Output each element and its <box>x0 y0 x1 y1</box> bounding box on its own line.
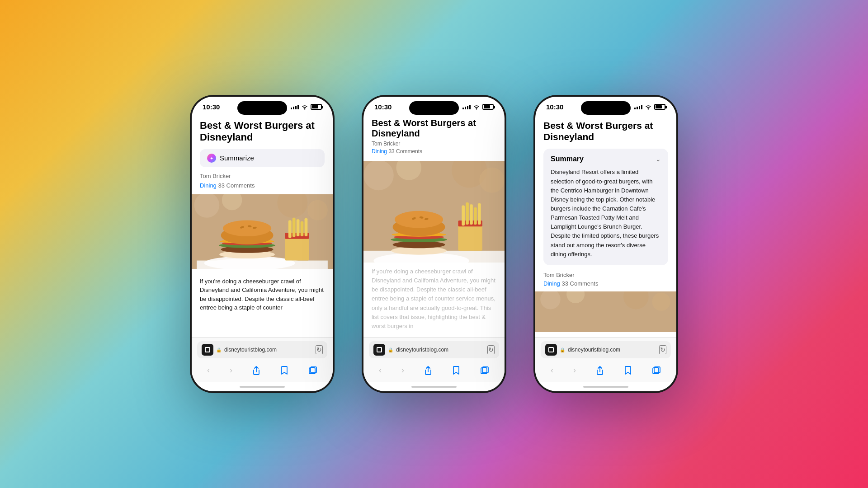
dining-link-1[interactable]: Dining <box>200 182 217 189</box>
burger-image-1 <box>192 194 333 269</box>
browser-icon-2 <box>373 344 385 356</box>
svg-rect-51 <box>474 207 477 225</box>
lock-icon-2: 🔒 <box>388 347 393 352</box>
chevron-icon-3: ⌄ <box>656 155 661 163</box>
browser-bar-2: 🔒 disneytouristblog.com ↻ ‹ › <box>363 337 505 382</box>
back-button-3[interactable]: ‹ <box>547 364 557 377</box>
article-1: Best & Worst Burgers at Disneyland Summa… <box>192 113 333 337</box>
svg-rect-50 <box>470 204 473 225</box>
status-icons-1 <box>291 104 322 110</box>
bookmarks-button-1[interactable] <box>277 364 292 377</box>
lock-icon-3: 🔒 <box>560 347 565 352</box>
article-header-2: Best & Worst Burgers at Disneyland Tom B… <box>363 113 505 161</box>
status-icons-3 <box>634 104 665 110</box>
summarize-button-1[interactable]: Summarize <box>200 149 325 167</box>
article-title-3: Best & Worst Burgers at Disneyland <box>543 120 668 142</box>
meta-3: Dining 33 Comments <box>543 280 668 287</box>
tabs-button-3[interactable] <box>648 364 665 377</box>
phone-2: 10:30 <box>362 95 506 393</box>
browser-icon-1 <box>202 344 213 356</box>
svg-point-55 <box>648 108 649 109</box>
svg-point-15 <box>223 220 271 236</box>
home-indicator-1 <box>192 382 333 391</box>
back-button-1[interactable]: ‹ <box>203 364 213 377</box>
bookmarks-button-3[interactable] <box>620 364 636 377</box>
bookmarks-button-2[interactable] <box>448 364 464 377</box>
share-button-3[interactable] <box>592 364 608 377</box>
back-button-2[interactable]: ‹ <box>375 364 385 377</box>
meta-1: Dining 33 Comments <box>200 182 325 189</box>
svg-rect-25 <box>305 218 308 236</box>
battery-icon-3 <box>654 104 665 110</box>
nav-bar-1: ‹ › <box>197 362 327 379</box>
phone-3: 10:30 <box>533 95 678 393</box>
summary-title-3: Summary <box>551 155 584 163</box>
author-3: Tom Bricker <box>543 272 668 278</box>
summary-header-3: Summary ⌄ <box>551 155 661 163</box>
status-bar-2: 10:30 <box>363 97 505 113</box>
url-text-2: disneytouristblog.com <box>396 347 485 353</box>
reload-button-1[interactable]: ↻ <box>316 345 323 354</box>
svg-rect-52 <box>478 203 481 225</box>
dynamic-island-3 <box>581 101 631 115</box>
url-bar-3: 🔒 disneytouristblog.com ↻ <box>541 341 671 358</box>
url-bar-1: 🔒 disneytouristblog.com ↻ <box>197 341 327 358</box>
svg-rect-48 <box>462 206 465 226</box>
article-title-2: Best & Worst Burgers at Disneyland <box>372 118 496 139</box>
svg-point-28 <box>476 108 477 109</box>
summarize-icon-1 <box>207 154 216 163</box>
summary-box-3: Summary ⌄ Disneyland Resort offers a lim… <box>543 149 668 265</box>
meta-2: Dining 33 Comments <box>372 148 496 155</box>
comments-2: 33 Comments <box>388 148 422 155</box>
article-body-2: If you're doing a cheeseburger crawl of … <box>363 263 505 337</box>
article-3: Best & Worst Burgers at Disneyland Summa… <box>535 113 676 337</box>
url-text-1: disneytouristblog.com <box>224 347 313 353</box>
forward-button-3[interactable]: › <box>570 364 580 377</box>
reload-button-3[interactable]: ↻ <box>659 345 666 354</box>
status-bar-3: 10:30 <box>535 97 676 113</box>
dining-link-3[interactable]: Dining <box>543 280 560 287</box>
author-2: Tom Bricker <box>372 141 496 147</box>
forward-button-1[interactable]: › <box>226 364 236 377</box>
author-1: Tom Bricker <box>200 173 325 179</box>
status-icons-2 <box>462 104 494 110</box>
forward-button-2[interactable]: › <box>398 364 408 377</box>
summary-text-3: Disneyland Resort offers a limited selec… <box>551 168 661 258</box>
svg-point-30 <box>363 161 394 190</box>
home-indicator-3 <box>535 382 676 391</box>
svg-rect-22 <box>292 218 296 237</box>
summarize-label-1: Summarize <box>220 154 254 162</box>
reload-button-2[interactable]: ↻ <box>487 345 495 354</box>
wifi-icon-1 <box>301 104 308 110</box>
burger-image-3 <box>535 291 676 332</box>
wifi-icon-3 <box>645 104 652 110</box>
share-button-2[interactable] <box>420 364 436 377</box>
svg-point-42 <box>395 211 443 228</box>
signal-icon-3 <box>634 104 642 109</box>
nav-bar-3: ‹ › <box>541 362 671 379</box>
tabs-button-2[interactable] <box>476 364 493 377</box>
tabs-button-1[interactable] <box>305 364 321 377</box>
svg-rect-24 <box>301 221 304 236</box>
svg-point-60 <box>652 292 670 310</box>
svg-point-37 <box>393 241 445 249</box>
svg-rect-21 <box>288 220 292 238</box>
time-3: 10:30 <box>546 103 563 111</box>
article-title-1: Best & Worst Burgers at Disneyland <box>200 120 325 144</box>
comments-1: 33 Comments <box>218 182 255 189</box>
share-button-1[interactable] <box>249 364 264 377</box>
url-bar-2: 🔒 disneytouristblog.com ↻ <box>369 341 499 358</box>
url-text-3: disneytouristblog.com <box>568 347 656 353</box>
signal-icon-1 <box>291 104 299 109</box>
battery-icon-2 <box>482 104 494 110</box>
dynamic-island-2 <box>409 101 459 115</box>
signal-icon-2 <box>462 104 471 109</box>
browser-bar-1: 🔒 disneytouristblog.com ↻ ‹ › <box>192 337 333 382</box>
burger-image-2 <box>363 161 505 263</box>
nav-bar-2: ‹ › <box>369 362 499 379</box>
svg-point-33 <box>479 168 505 193</box>
dining-link-2[interactable]: Dining <box>372 148 387 155</box>
lock-icon-1: 🔒 <box>216 347 222 352</box>
phone-1: 10:30 <box>190 95 335 393</box>
dynamic-island-1 <box>237 101 287 115</box>
